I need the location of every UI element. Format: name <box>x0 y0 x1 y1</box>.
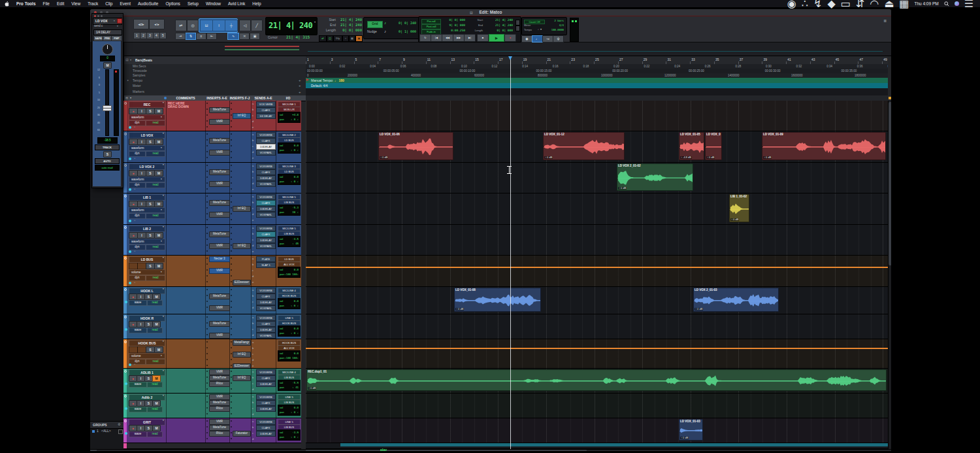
track-name-dropdown[interactable]: ▾ <box>163 226 164 229</box>
track-comments[interactable]: REC HERE DRAG DOWN <box>168 102 203 109</box>
insert-ae-metatune[interactable]: MetaTune <box>209 294 230 299</box>
record-enable-button[interactable]: ● <box>129 139 138 145</box>
track-name-dropdown[interactable]: ▾ <box>163 420 164 422</box>
track-color-tab[interactable] <box>123 163 127 193</box>
insert-ae-vmr[interactable]: VMR <box>209 369 230 375</box>
mute-button[interactable]: M <box>152 425 161 431</box>
send-voxverb[interactable]: VOXVERB <box>256 419 276 425</box>
automation-mode-button[interactable]: auto read <box>95 165 120 171</box>
track-color-tab[interactable] <box>123 131 127 162</box>
panel-solo-button[interactable]: S <box>103 151 112 158</box>
link-selection-icon[interactable]: ⇅ <box>186 33 196 40</box>
clock-chip[interactable]: ○ <box>342 35 349 42</box>
send-1-4delay[interactable]: 1/4DELAY <box>256 206 276 212</box>
insert-fj-inf-eq[interactable]: Inf EQ <box>233 352 251 358</box>
automation-left-selector[interactable]: dyn <box>129 182 146 188</box>
insert-fj-inf-eq[interactable]: Inf EQ <box>233 375 251 381</box>
audio-clip-strip[interactable] <box>340 443 888 446</box>
track-view-selector[interactable]: wave <box>129 327 147 333</box>
send-clafx[interactable]: CLAFX <box>256 138 276 144</box>
send-clafx[interactable]: CLAFX <box>256 231 276 237</box>
automation-mode-selector[interactable]: read <box>146 151 165 157</box>
send-1-4delay[interactable]: 1/4DELAY <box>256 327 276 333</box>
send-1-4delay[interactable]: 1/4DELAY <box>256 381 276 387</box>
h-scroll-left-arrow[interactable] <box>90 450 97 452</box>
track-color-tab[interactable] <box>123 193 127 224</box>
track-view-selector[interactable]: volume▾ <box>129 269 165 275</box>
track-name-dropdown[interactable]: ▾ <box>163 341 164 343</box>
insert-ae-metatune[interactable]: MetaTune <box>209 425 230 431</box>
panel-target-button[interactable] <box>117 18 122 24</box>
solo-button[interactable]: S <box>146 139 155 145</box>
automation-mode-selector[interactable]: read <box>146 182 165 188</box>
menu-item-file[interactable]: File <box>43 1 50 6</box>
send-voxverb[interactable]: VOXVERB <box>256 163 276 169</box>
track-name-dropdown[interactable]: ▾ <box>163 195 164 197</box>
insert-ae-vmr[interactable]: VMR <box>209 243 230 249</box>
track-name[interactable]: REC <box>129 101 165 108</box>
menu-item-event[interactable]: Event <box>120 1 131 6</box>
mute-button[interactable]: M <box>152 375 161 382</box>
menu-item-options[interactable]: Options <box>165 1 180 6</box>
automation-mode-selector[interactable]: read <box>146 359 165 365</box>
send-voxparl[interactable]: VOXPARL <box>256 243 276 249</box>
menu-item-edit[interactable]: Edit <box>57 1 64 6</box>
track-color-tab[interactable] <box>123 101 127 131</box>
record-enable-button[interactable]: ● <box>129 108 138 114</box>
record-button[interactable]: ● <box>504 34 516 42</box>
scroll-up-mini[interactable] <box>515 20 520 25</box>
solo-button[interactable]: S <box>146 232 155 239</box>
insert-ae-rvox[interactable]: RVox <box>209 406 230 412</box>
mute-button[interactable]: M <box>152 294 161 300</box>
track-lane-lib-1[interactable]: LIB 1_01-02↑ 0 dB <box>306 193 888 225</box>
track-lane-lib-2[interactable] <box>306 225 888 256</box>
track-lane-hook-r[interactable] <box>306 314 888 339</box>
audio-clip-ld-vox-2-01-02[interactable]: LD VOX 2_01-02↑ 0 dB <box>617 163 693 191</box>
menu-item-view[interactable]: View <box>71 1 80 6</box>
automation-mode-selector[interactable]: read <box>146 120 165 126</box>
insert-ae-metatune[interactable]: MetaTune <box>209 107 230 113</box>
menu-item-clip[interactable]: Clip <box>105 1 112 6</box>
automation-mode-selector[interactable]: read <box>147 407 163 412</box>
smart-tool-group[interactable]: ⊟Ι┼ <box>199 18 238 33</box>
zoom-preset-5[interactable]: 5 <box>159 32 167 39</box>
zoomer-tool-icon[interactable]: ◎ <box>187 20 199 31</box>
control-center-icon[interactable]: ☰ <box>964 0 973 10</box>
track-name-dropdown[interactable]: ▾ <box>163 395 164 397</box>
volume-automation-line[interactable] <box>306 348 888 349</box>
insert-ae-vmr[interactable]: VMR <box>209 268 230 274</box>
pre-button[interactable]: PRE <box>103 35 112 41</box>
send-clafx[interactable]: CLAFX <box>256 107 276 113</box>
audio-clip-lib-1-01-02[interactable]: LIB 1_01-02↑ 0 dB <box>729 194 749 222</box>
group-mini-box[interactable] <box>118 429 123 434</box>
send-voxverb[interactable]: VOXVERB <box>256 226 276 231</box>
input-monitor-button[interactable]: I <box>137 139 146 145</box>
send-voxparl[interactable]: VOXPARL <box>256 181 276 187</box>
automation-left-selector[interactable]: dyn <box>129 275 146 281</box>
panel-min-button[interactable] <box>97 15 99 17</box>
fader-track[interactable] <box>105 69 109 136</box>
talkback-button[interactable]: ψ <box>553 35 564 42</box>
mute-button[interactable]: M <box>154 232 163 239</box>
input-monitor-button[interactable]: I <box>137 201 146 207</box>
main-counter-dropdown[interactable]: ▾ <box>314 20 316 24</box>
track-color-tab[interactable] <box>123 394 127 418</box>
track-lane-adlib-2[interactable] <box>306 394 888 418</box>
window-menu-icon[interactable]: ≣ <box>883 18 887 23</box>
solo-button[interactable]: S <box>146 346 155 353</box>
track-name[interactable]: LIB 1 <box>129 194 165 201</box>
insert-ae-vmr[interactable]: VMR <box>209 333 230 339</box>
audio-clip-ld-vox-01-09[interactable]: LD VOX_01-09↑ 0 dB <box>762 132 886 160</box>
audio-clip-ld-vox-01-05[interactable]: LD VOX_01-05↑ -4.8 dB <box>679 132 704 160</box>
menu-item-avid-link[interactable]: Avid Link <box>228 1 245 6</box>
track-color-tab[interactable] <box>123 256 127 286</box>
dly-chip[interactable]: Dly <box>333 35 342 42</box>
send-1-4delay[interactable]: 1/4DELAY <box>256 144 276 150</box>
tempo-ruler-button[interactable]: ↝ <box>542 35 553 42</box>
insert-ae-metatune[interactable]: MetaTune <box>209 321 230 327</box>
insert-ae-metatune[interactable]: MetaTune <box>209 231 230 237</box>
insert-fj-e2deesser[interactable]: E2Deesser <box>233 363 251 369</box>
automation-left-selector[interactable]: dyn <box>129 151 146 157</box>
input-monitor-button[interactable]: I <box>137 108 146 114</box>
track-view-selector[interactable]: wave <box>129 407 147 412</box>
